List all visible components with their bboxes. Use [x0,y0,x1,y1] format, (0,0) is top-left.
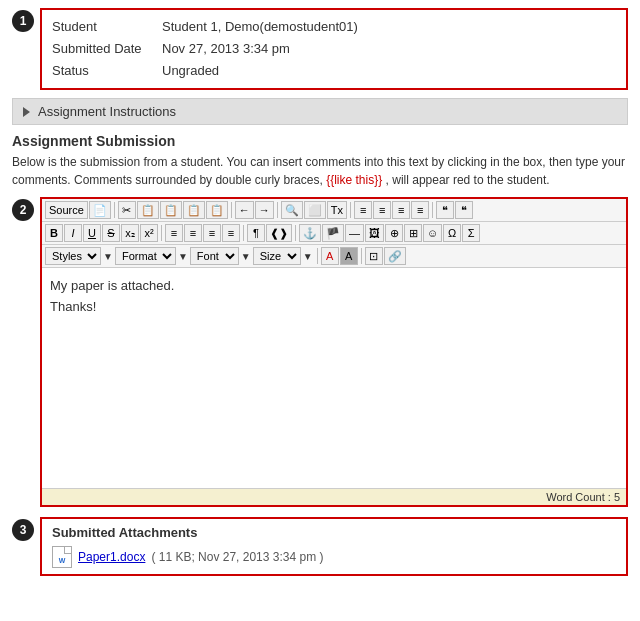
redo-button[interactable]: → [255,201,274,219]
sep9 [317,248,318,264]
doc-button[interactable]: 📄 [89,201,111,219]
toolbar-row-2: B I U S x₂ x² ≡ ≡ ≡ ≡ ¶ ❰❱ ⚓ 🏴 — 🖼 ⊕ [42,222,626,245]
sep8 [295,225,296,241]
editor-text-area[interactable]: My paper is attached. Thanks! [42,268,626,488]
align-right-button[interactable]: ≡ [203,224,221,242]
toolbar-row-1: Source 📄 ✂ 📋 📋 📋 📋 ← → 🔍 ⬜ Tx ≡ ≡ ≡ ≡ [42,199,626,222]
file-icon-label: W [59,557,66,564]
section-2-wrapper: 2 Source 📄 ✂ 📋 📋 📋 📋 ← → 🔍 ⬜ Tx ≡ [12,197,628,507]
attachments-title: Submitted Attachments [52,525,616,540]
sep7 [243,225,244,241]
undo-button[interactable]: ← [235,201,254,219]
blockquote-button[interactable]: ❝ [436,201,454,219]
image-button[interactable]: 🖼 [365,224,384,242]
select-all-button[interactable]: ⬜ [304,201,326,219]
link-button[interactable]: ⚓ [299,224,321,242]
anchor-button[interactable]: 🏴 [322,224,344,242]
assignment-instructions-label: Assignment Instructions [38,104,176,119]
word-count-label: Word Count : 5 [546,491,620,503]
bold-button[interactable]: B [45,224,63,242]
size-select[interactable]: Size [253,247,301,265]
editor-box[interactable]: Source 📄 ✂ 📋 📋 📋 📋 ← → 🔍 ⬜ Tx ≡ ≡ ≡ ≡ [40,197,628,507]
cut-button[interactable]: ✂ [118,201,136,219]
align-center-button[interactable]: ≡ [184,224,202,242]
file-icon: W [52,546,72,568]
underline-button[interactable]: U [83,224,101,242]
quote2-button[interactable]: ❝ [455,201,473,219]
submission-description: Below is the submission from a student. … [12,153,628,189]
removeformat-button[interactable]: Tx [327,201,347,219]
source-button[interactable]: Source [45,201,88,219]
show-blocks-button[interactable]: ❰❱ [266,224,292,242]
sep1 [114,202,115,218]
align-justify-button[interactable]: ≡ [222,224,240,242]
indent-button[interactable]: ≡ [411,201,429,219]
font-color-button[interactable]: A [321,247,339,265]
student-info-box: Student Student 1, Demo(demostudent01) S… [40,8,628,90]
find-button[interactable]: 🔍 [281,201,303,219]
flash-button[interactable]: ⊕ [385,224,403,242]
styles-select[interactable]: Styles [45,247,101,265]
student-value: Student 1, Demo(demostudent01) [162,16,358,38]
sep10 [361,248,362,264]
attachment-link[interactable]: Paper1.docx [78,550,145,564]
section-3-wrapper: 3 Submitted Attachments W Paper1.docx ( … [12,517,628,576]
student-label: Student [52,16,162,38]
section-1-number: 1 [12,10,34,32]
align-left-button[interactable]: ≡ [165,224,183,242]
status-row: Status Ungraded [52,60,616,82]
editor-line-1: My paper is attached. [50,276,618,297]
paste-text-button[interactable]: 📋 [183,201,205,219]
copy-button[interactable]: 📋 [137,201,159,219]
subscript-button[interactable]: x₂ [121,224,139,242]
smiley-button[interactable]: ☺ [423,224,442,242]
sep2 [231,202,232,218]
submitted-date-value: Nov 27, 2013 3:34 pm [162,38,290,60]
format-select[interactable]: Format [115,247,176,265]
iframe-button[interactable]: Σ [462,224,480,242]
submitted-date-label: Submitted Date [52,38,162,60]
paragraph-button[interactable]: ¶ [247,224,265,242]
desc-part2: , will appear red to the student. [386,173,550,187]
student-row: Student Student 1, Demo(demostudent01) [52,16,616,38]
special-char-button[interactable]: Ω [443,224,461,242]
sep3 [277,202,278,218]
outdent-button[interactable]: ≡ [392,201,410,219]
toolbar-row-3: Styles ▼ Format ▼ Font ▼ Size ▼ A A [42,245,626,268]
ol-button[interactable]: ≡ [373,201,391,219]
ul-button[interactable]: ≡ [354,201,372,219]
hline-button[interactable]: — [345,224,364,242]
status-value: Ungraded [162,60,219,82]
sep6 [161,225,162,241]
attachment-item: W Paper1.docx ( 11 KB; Nov 27, 2013 3:34… [52,546,616,568]
strikethrough-button[interactable]: S [102,224,120,242]
italic-button[interactable]: I [64,224,82,242]
desc-highlight: {{like this}} [326,173,382,187]
paste-button[interactable]: 📋 [160,201,182,219]
sep4 [350,202,351,218]
superscript-button[interactable]: x² [140,224,158,242]
section-3-number: 3 [12,519,34,541]
expand-arrow-icon [23,107,30,117]
attachment-meta: ( 11 KB; Nov 27, 2013 3:34 pm ) [151,550,323,564]
sep5 [432,202,433,218]
attachments-box: Submitted Attachments W Paper1.docx ( 11… [40,517,628,576]
submission-title: Assignment Submission [12,133,628,149]
paste-word-button[interactable]: 📋 [206,201,228,219]
section-2-number: 2 [12,199,34,221]
editor-line-2: Thanks! [50,297,618,318]
word-count-bar: Word Count : 5 [42,488,626,505]
fullscreen-button[interactable]: 🔗 [384,247,406,265]
status-label: Status [52,60,162,82]
submission-section: Assignment Submission Below is the submi… [12,133,628,189]
section-1-wrapper: 1 Student Student 1, Demo(demostudent01)… [12,8,628,90]
table-button[interactable]: ⊞ [404,224,422,242]
attachments-section: 3 Submitted Attachments W Paper1.docx ( … [12,517,628,576]
font-select[interactable]: Font [190,247,239,265]
bg-color-button[interactable]: A [340,247,358,265]
submitted-date-row: Submitted Date Nov 27, 2013 3:34 pm [52,38,616,60]
maximize-button[interactable]: ⊡ [365,247,383,265]
assignment-instructions-bar[interactable]: Assignment Instructions [12,98,628,125]
